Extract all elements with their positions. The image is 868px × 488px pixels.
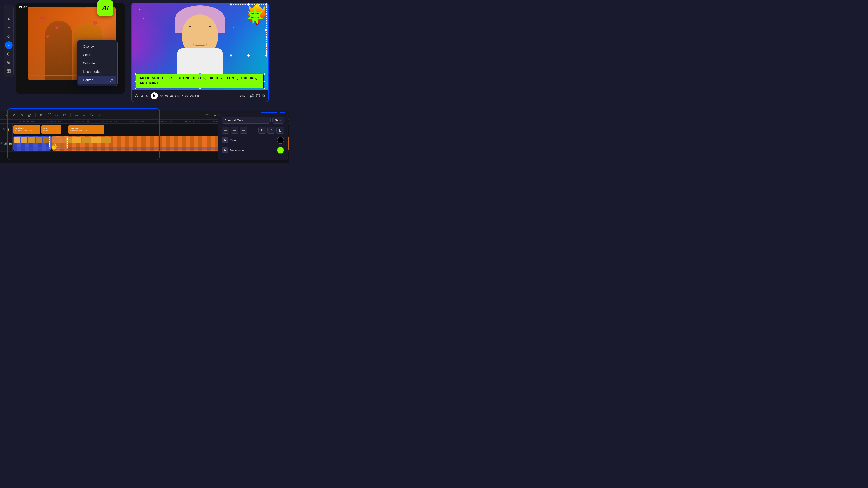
- flag-btn[interactable]: [62, 112, 67, 118]
- text-icon: T: [8, 26, 10, 30]
- link-button[interactable]: [5, 59, 13, 66]
- blend-color-dodge[interactable]: Color dodge: [78, 59, 116, 67]
- fullscreen-icon[interactable]: [256, 94, 260, 98]
- underline-icon: U: [279, 128, 281, 132]
- svg-rect-6: [9, 71, 10, 72]
- playhead[interactable]: [54, 132, 54, 152]
- underline-btn[interactable]: U: [276, 127, 284, 133]
- undo-control-icon[interactable]: ↺: [141, 94, 144, 98]
- align-right-btn[interactable]: [240, 127, 247, 133]
- background-color-swatch[interactable]: [277, 147, 284, 154]
- align-left-btn[interactable]: [222, 127, 229, 133]
- playhead-top: [53, 131, 56, 133]
- font-family-value: Aeroport Mono: [225, 119, 244, 122]
- ruler-tick-4: 00:00:00.160: [123, 121, 151, 123]
- video-eye-icon[interactable]: 👁: [0, 142, 3, 145]
- video-lock-icon[interactable]: 🔒: [8, 142, 12, 145]
- text-style-row: B I U: [222, 127, 284, 133]
- bg-label-text: Background: [230, 149, 275, 152]
- timeline-settings-btn[interactable]: [4, 112, 9, 118]
- filter-btn[interactable]: [97, 112, 102, 118]
- subtitle-clip-2[interactable]: Subt Some: [41, 125, 61, 134]
- svg-rect-5: [7, 71, 8, 72]
- italic-btn[interactable]: I: [267, 127, 275, 133]
- timer-button[interactable]: [5, 50, 13, 58]
- audio-wave-1: [14, 147, 50, 150]
- svg-point-10: [48, 113, 49, 115]
- audio-button[interactable]: [5, 15, 13, 23]
- ai-badge: AI: [97, 0, 114, 16]
- subtitle-text[interactable]: AUTO SUBTITLES IN ONE CLICK, ADJUST FONT…: [136, 74, 264, 88]
- time-display: 00:20.345 / 00:20.345: [165, 94, 199, 97]
- font-panel: Aeroport Mono ▾ 34 ▾ B I U A: [218, 113, 288, 160]
- subtitle-clip-1[interactable]: Subtitles Some text here... Sor: [13, 125, 40, 134]
- clip-3-label: Subtitles: [70, 127, 102, 129]
- svg-marker-9: [40, 113, 43, 116]
- aspect-ratio-selector[interactable]: 16:9: [238, 94, 247, 98]
- font-size-arrow: ▾: [280, 119, 281, 122]
- forward-icon[interactable]: ↻: [160, 94, 163, 98]
- timeline-delete-btn[interactable]: 🗑: [27, 112, 32, 118]
- blend-overlay[interactable]: Overlay: [78, 42, 116, 51]
- font-family-select[interactable]: Aeroport Mono ▾: [222, 117, 271, 124]
- subtitle-overlay: AUTO SUBTITLES IN ONE CLICK, ADJUST FONT…: [136, 74, 264, 88]
- audio-icon: [7, 18, 11, 22]
- font-family-row: Aeroport Mono ▾ 34 ▾: [222, 117, 284, 124]
- text-color-swatch[interactable]: [277, 137, 284, 144]
- video-clip-blue[interactable]: Video: [13, 136, 51, 151]
- razor-tool-btn[interactable]: [46, 112, 52, 118]
- ruler-tick-6: 00:00:00.160: [179, 121, 206, 123]
- text-color-a-icon: A: [224, 138, 226, 142]
- blend-color[interactable]: Color: [78, 51, 116, 59]
- ai-text: AI: [102, 4, 109, 12]
- split-btn[interactable]: ⊣⊢: [104, 112, 113, 118]
- bg-color-a-icon: A: [224, 149, 226, 152]
- clip-2-text: Some: [43, 129, 60, 131]
- subtitle-lock-icon[interactable]: 🔒: [6, 128, 10, 131]
- play-label: PLAY: [19, 5, 27, 9]
- redo-control-icon[interactable]: ↻: [146, 94, 149, 98]
- effects-button[interactable]: [5, 33, 13, 40]
- add-button[interactable]: +: [5, 7, 13, 15]
- drag-ghost-preview: [51, 137, 66, 149]
- settings-icon[interactable]: ⚙: [262, 94, 265, 98]
- font-size-value: 34: [275, 119, 278, 122]
- text-button[interactable]: T: [5, 24, 13, 32]
- loop-timeline-btn[interactable]: [212, 112, 218, 118]
- loop-icon[interactable]: [135, 94, 138, 98]
- timeline-redo-btn[interactable]: ↻: [19, 112, 24, 118]
- volume-icon[interactable]: 🔊: [249, 94, 254, 98]
- select-tool-btn[interactable]: [39, 112, 44, 118]
- svg-rect-15: [206, 114, 208, 115]
- crop-btn[interactable]: [81, 112, 87, 118]
- effects-icon: [7, 35, 11, 39]
- cut-btn[interactable]: ✂: [54, 112, 59, 118]
- font-size-select[interactable]: 34 ▾: [272, 117, 284, 124]
- timeline-undo-btn[interactable]: ↺: [12, 112, 17, 118]
- blend-lighten[interactable]: Lighten: [78, 76, 116, 84]
- girl-body: [177, 48, 223, 75]
- video-volume-icon[interactable]: 🔊: [4, 142, 8, 145]
- clip-1-label: Subtitles: [15, 127, 38, 129]
- blend-linear-dodge[interactable]: Linear dodge: [78, 68, 116, 76]
- clip-1-text: Some text here... Sor: [15, 129, 38, 131]
- svg-point-2: [8, 62, 9, 63]
- speed-btn[interactable]: [89, 112, 94, 118]
- caption-btn[interactable]: [74, 112, 79, 118]
- detach-audio-btn[interactable]: [204, 112, 210, 118]
- right-video-panel: ✦ ★ ✦ Your text is heating up!: [131, 3, 269, 102]
- play-button[interactable]: [151, 92, 158, 99]
- blend-dropdown: Overlay Color Color dodge Linear dodge L…: [77, 40, 118, 86]
- time-separator: /: [182, 94, 185, 97]
- link-icon: [7, 60, 11, 64]
- bold-btn[interactable]: B: [258, 127, 266, 133]
- magic-button[interactable]: ✦: [5, 41, 13, 49]
- text-color-icon: A: [222, 137, 228, 143]
- subtitle-eye-icon[interactable]: 👁: [2, 128, 5, 131]
- grid-button[interactable]: [5, 67, 13, 75]
- subtitle-clip-3[interactable]: Subtitles Some text here... So: [68, 125, 104, 134]
- video-track-controls: 👁 🔊 🔒: [0, 135, 13, 151]
- align-center-btn[interactable]: [231, 127, 239, 133]
- color-label-text: Color: [230, 139, 275, 142]
- video-controls-bar: ↺ ↻ ↻ 00:20.345 / 00:20.345 16:9 🔊: [131, 90, 269, 102]
